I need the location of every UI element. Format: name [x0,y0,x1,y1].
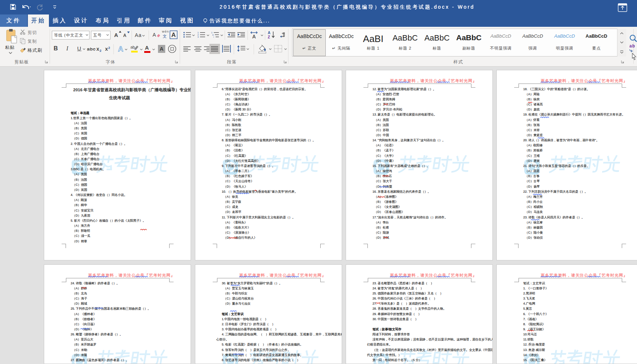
svg-text:ab: ab [130,45,135,49]
svg-text:i: i [213,36,214,38]
svg-text:3: 3 [197,36,199,38]
svg-text:A: A [268,31,270,35]
svg-text:A: A [118,45,123,53]
svg-text:A: A [252,34,256,39]
svg-text:Z: Z [268,35,270,39]
svg-text:A: A [171,32,176,38]
